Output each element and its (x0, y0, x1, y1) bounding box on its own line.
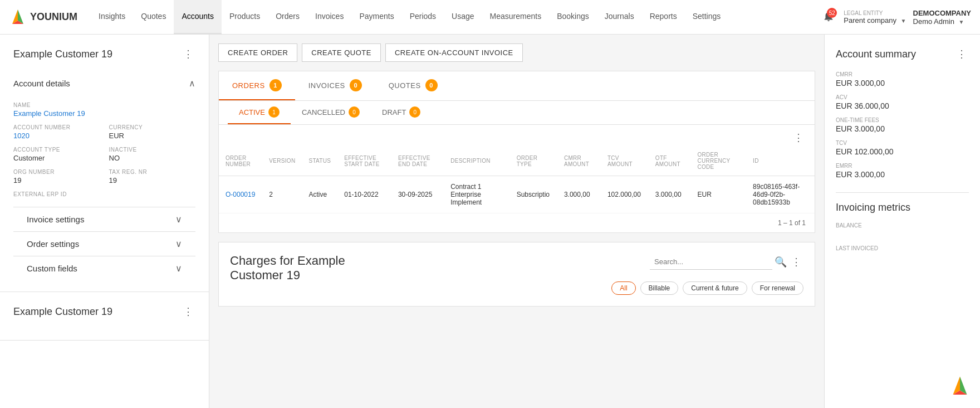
draft-sub-badge: 0 (409, 106, 420, 118)
effective-end-cell: 30-09-2025 (391, 176, 444, 213)
orders-table: ORDER NUMBER VERSION STATUS EFFECTIVE ST… (219, 146, 815, 213)
nav-settings[interactable]: Settings (685, 0, 729, 35)
custom-fields-toggle[interactable]: Custom fields ∨ (27, 256, 182, 280)
custom-fields-chevron: ∨ (175, 263, 182, 274)
logo-text: YOUNIUM (30, 11, 77, 23)
tab-invoices[interactable]: INVOICES 0 (295, 71, 375, 100)
status-cell: Active (302, 176, 337, 213)
nav-usage[interactable]: Usage (444, 0, 482, 35)
account-summary-header: Account summary ⋮ (836, 46, 969, 62)
nav-right: 52 LEGAL ENTITY Parent company ▼ DEMOCOM… (820, 8, 971, 26)
customer-card-header: Example Customer 19 ⋮ (13, 46, 195, 62)
top-navigation: YOUNIUM Insights Quotes Accounts Product… (0, 0, 980, 35)
cmrr-value: EUR 3.000,00 (836, 79, 969, 88)
nav-accounts[interactable]: Accounts (174, 0, 222, 35)
search-button[interactable]: 🔍 (775, 256, 787, 268)
order-settings-section: Order settings ∨ (13, 231, 195, 256)
nav-payments[interactable]: Payments (351, 0, 401, 35)
logo[interactable]: YOUNIUM (9, 8, 77, 26)
nav-products[interactable]: Products (222, 0, 268, 35)
invoicing-metrics-header: Invoicing metrics (836, 202, 969, 213)
legal-entity-info[interactable]: LEGAL ENTITY Parent company ▼ (844, 10, 906, 25)
nav-insights[interactable]: Insights (91, 0, 133, 35)
invoicing-metrics: Invoicing metrics BALANCE LAST INVOICED (836, 202, 969, 261)
filter-all[interactable]: All (611, 281, 635, 295)
account-summary: Account summary ⋮ CMRR EUR 3.000,00 ACV … (836, 46, 969, 179)
nav-invoices[interactable]: Invoices (307, 0, 351, 35)
invoice-settings-toggle[interactable]: Invoice settings ∨ (27, 207, 182, 231)
account-summary-more[interactable]: ⋮ (954, 46, 969, 62)
nav-quotes[interactable]: Quotes (133, 0, 174, 35)
main-content: CREATE ORDER CREATE QUOTE CREATE ON-ACCO… (209, 35, 824, 408)
invoice-settings-chevron: ∨ (175, 214, 182, 225)
nav-bookings[interactable]: Bookings (549, 0, 597, 35)
notifications-button[interactable]: 52 (820, 8, 837, 26)
company-info[interactable]: DEMOCOMPANY Demo Admin ▼ (913, 9, 971, 26)
create-quote-button[interactable]: CREATE QUOTE (302, 43, 381, 62)
description-cell: Contract 1 Enterprise Implement (444, 176, 509, 213)
customer-more-button[interactable]: ⋮ (181, 46, 195, 62)
table-toolbar: ⋮ (219, 125, 815, 146)
account-summary-title: Account summary (836, 48, 916, 60)
charges-title: Charges for Example Customer 19 (230, 254, 386, 283)
account-details-toggle[interactable]: Account details ∧ (13, 71, 195, 95)
currency-cell: EUR (690, 176, 746, 213)
filter-for-renewal[interactable]: For renewal (752, 281, 803, 295)
action-buttons: CREATE ORDER CREATE QUOTE CREATE ON-ACCO… (218, 43, 815, 62)
nav-items: Insights Quotes Accounts Products Orders… (91, 0, 820, 35)
th-order-number: ORDER NUMBER (219, 146, 262, 176)
account-type-value: Customer (13, 154, 100, 162)
acv-value: EUR 36.000,00 (836, 101, 969, 110)
account-number-value[interactable]: 1020 (13, 132, 100, 140)
subtab-active[interactable]: ACTIVE 1 (228, 101, 291, 124)
nav-measurements[interactable]: Measurements (482, 0, 550, 35)
effective-start-cell: 01-10-2022 (337, 176, 391, 213)
external-erp-value (13, 198, 195, 207)
subtab-draft[interactable]: DRAFT 0 (371, 101, 432, 124)
account-name-value[interactable]: Example Customer 19 (13, 109, 195, 118)
org-number-value: 19 (13, 176, 100, 184)
orders-tab-badge: 1 (270, 79, 282, 91)
balance-value (836, 230, 969, 239)
th-cmrr: CMRR AMOUNT (557, 146, 601, 176)
nav-orders[interactable]: Orders (268, 0, 307, 35)
charges-more-button[interactable]: ⋮ (789, 254, 803, 270)
sidebar-divider (836, 192, 969, 193)
th-currency: ORDER CURRENCY CODE (690, 146, 746, 176)
th-effective-end: EFFECTIVE END DATE (391, 146, 444, 176)
sub-tab-bar: ACTIVE 1 CANCELLED 0 DRAFT 0 (219, 101, 815, 125)
create-invoice-button[interactable]: CREATE ON-ACCOUNT INVOICE (385, 43, 523, 62)
order-settings-toggle[interactable]: Order settings ∨ (27, 232, 182, 256)
table-header-row: ORDER NUMBER VERSION STATUS EFFECTIVE ST… (219, 146, 815, 176)
customer-card-2: Example Customer 19 ⋮ (0, 292, 209, 341)
th-id: ID (746, 146, 815, 176)
tab-quotes[interactable]: QUOTES 0 (375, 71, 451, 100)
active-sub-badge: 1 (268, 106, 280, 118)
nav-journals[interactable]: Journals (597, 0, 642, 35)
customer2-more-button[interactable]: ⋮ (181, 303, 195, 320)
customer-name-2: Example Customer 19 (13, 306, 112, 318)
customer-name: Example Customer 19 (13, 48, 112, 60)
nav-periods[interactable]: Periods (402, 0, 444, 35)
th-otf: OTF AMOUNT (649, 146, 691, 176)
filter-current-future[interactable]: Current & future (683, 281, 747, 295)
charges-header: Charges for Example Customer 19 🔍 ⋮ All … (230, 254, 803, 295)
account-details-chevron: ∧ (189, 78, 195, 89)
orders-table-container: ORDER NUMBER VERSION STATUS EFFECTIVE ST… (219, 146, 815, 213)
cmrr-cell: 3.000,00 (557, 176, 601, 213)
order-settings-chevron: ∨ (175, 239, 182, 249)
nav-reports[interactable]: Reports (642, 0, 685, 35)
table-more-button[interactable]: ⋮ (791, 129, 806, 146)
charges-search-input[interactable] (650, 254, 772, 270)
emrr-value: EUR 3.000,00 (836, 170, 969, 179)
quotes-tab-badge: 0 (425, 79, 438, 91)
right-sidebar: Account summary ⋮ CMRR EUR 3.000,00 ACV … (824, 35, 980, 408)
tab-orders[interactable]: ORDERS 1 (219, 71, 295, 100)
table-row: O-000019 2 Active 01-10-2022 30-09-2025 … (219, 176, 815, 213)
order-number-cell[interactable]: O-000019 (219, 176, 262, 213)
last-invoiced-value (836, 252, 969, 261)
invoices-tab-badge: 0 (350, 79, 362, 91)
subtab-cancelled[interactable]: CANCELLED 0 (291, 101, 371, 124)
create-order-button[interactable]: CREATE ORDER (218, 43, 297, 62)
filter-billable[interactable]: Billable (640, 281, 679, 295)
